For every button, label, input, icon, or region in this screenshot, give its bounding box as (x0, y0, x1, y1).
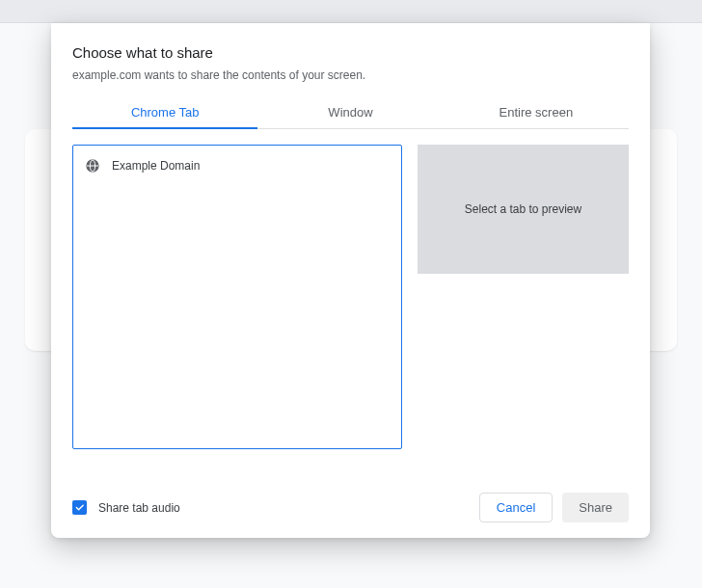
cancel-button[interactable]: Cancel (479, 493, 553, 522)
tab-window[interactable]: Window (257, 95, 443, 128)
tab-chrome-tab[interactable]: Chrome Tab (72, 95, 257, 128)
dialog-content: Example Domain Select a tab to preview (72, 145, 629, 468)
preview-pane: Select a tab to preview (418, 145, 629, 274)
tab-entire-screen[interactable]: Entire screen (444, 95, 629, 128)
share-audio-label: Share tab audio (98, 501, 180, 515)
share-audio-checkbox[interactable] (72, 500, 87, 515)
share-dialog: Choose what to share example.com wants t… (51, 23, 650, 538)
share-audio-option[interactable]: Share tab audio (72, 500, 180, 515)
checkmark-icon (74, 502, 85, 513)
tab-item[interactable]: Example Domain (73, 151, 401, 180)
tab-list[interactable]: Example Domain (72, 145, 402, 449)
share-button[interactable]: Share (562, 493, 629, 522)
dialog-buttons: Cancel Share (479, 493, 629, 522)
dialog-footer: Share tab audio Cancel Share (72, 493, 629, 522)
dialog-subtitle: example.com wants to share the contents … (72, 68, 629, 82)
dialog-title: Choose what to share (72, 44, 629, 61)
preview-placeholder: Select a tab to preview (465, 202, 581, 216)
globe-icon (85, 158, 100, 174)
browser-top-bar (0, 0, 702, 23)
share-type-tabs: Chrome Tab Window Entire screen (72, 95, 629, 129)
tab-item-label: Example Domain (112, 159, 200, 173)
